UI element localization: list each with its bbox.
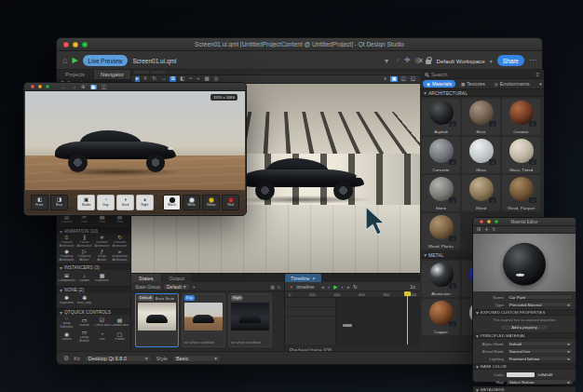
- states-tab[interactable]: Output: [162, 274, 194, 282]
- minimize-window-button[interactable]: [38, 85, 42, 88]
- property-dropdown[interactable]: Fragment lighting▾: [507, 356, 573, 361]
- live-preview-button[interactable]: Live Preview: [83, 55, 129, 66]
- metalness-header[interactable]: ▾METALNESS: [473, 386, 576, 392]
- transport-icon[interactable]: ▶: [333, 284, 337, 290]
- component-item[interactable]: # Number Animation: [93, 235, 111, 249]
- material-editor-tool-icon[interactable]: ⊞: [477, 227, 481, 232]
- workspace-selector[interactable]: Default Workspace: [436, 58, 484, 64]
- viewport-tool-icon[interactable]: +: [196, 76, 200, 82]
- material-item[interactable]: ↓ Ceramic: [502, 99, 540, 135]
- paint-color-button[interactable]: Red: [222, 195, 239, 210]
- material-preview[interactable]: [473, 234, 576, 291]
- lock-icon[interactable]: [426, 60, 431, 64]
- transport-icon[interactable]: ›: [341, 284, 343, 290]
- viewport-tool-icon[interactable]: ⊞: [169, 76, 176, 82]
- material-item[interactable]: ↓ Glass: [462, 137, 500, 173]
- material-name-input[interactable]: Car Paint: [507, 294, 573, 300]
- material-item[interactable]: ↓ Asphalt: [422, 99, 460, 135]
- component-item[interactable]: ▭ Button: [75, 316, 93, 330]
- viewport-tool-icon[interactable]: ◧: [179, 76, 185, 82]
- state-card[interactable]: Night no when condition: [228, 293, 272, 347]
- material-editor-tool-icon[interactable]: ✛: [484, 227, 488, 232]
- preview-titlebar[interactable]: ←→⊕▣◫: [24, 83, 246, 91]
- kit-dropdown[interactable]: Desktop Qt 6.8.0▾: [85, 355, 152, 362]
- open-file-selector[interactable]: Screen01.ui.qml: [132, 58, 176, 64]
- component-item[interactable]: ↻ Rotation Animation: [111, 235, 129, 249]
- material-item[interactable]: ↓ Concrete: [422, 137, 460, 173]
- component-item[interactable]: ▢ Frame: [111, 330, 129, 344]
- left-panel-tab[interactable]: Projects: [57, 70, 94, 79]
- component-item[interactable]: ∥ Pause Animation: [75, 235, 93, 249]
- zoom-window-button[interactable]: [46, 85, 49, 88]
- car-3d-model[interactable]: [241, 156, 364, 197]
- component-item[interactable]: ≡ Parallel Animation: [58, 235, 75, 249]
- paint-color-button[interactable]: White: [183, 195, 200, 210]
- chevron-down-icon[interactable]: ▾: [385, 57, 388, 65]
- content-library-search[interactable]: Search ≡: [420, 70, 544, 79]
- viewport-tool-icon[interactable]: ✛: [142, 76, 149, 82]
- workspace-chevron-icon[interactable]: ▾: [490, 58, 493, 64]
- content-library-subtab[interactable]: ◎ Environments: [491, 80, 534, 88]
- transport-icon[interactable]: ↻: [353, 284, 358, 290]
- home-icon[interactable]: ⌂: [62, 57, 67, 65]
- preview-nav-icon[interactable]: ▣: [90, 85, 97, 90]
- viewport-tool-icon[interactable]: ≈: [188, 76, 193, 82]
- transport-icon[interactable]: »: [346, 284, 349, 290]
- timeline-tab-close-icon[interactable]: ×: [313, 276, 316, 281]
- viewport-tool-icon[interactable]: ◎: [213, 76, 220, 82]
- transport-icon[interactable]: «: [321, 284, 324, 290]
- preview-nav-icon[interactable]: ⊕: [81, 85, 86, 90]
- material-item[interactable]: ↓ Glass, Tinted: [502, 137, 540, 173]
- environment-button[interactable]: ◕ Night: [136, 195, 154, 210]
- add-state-icon[interactable]: +: [193, 284, 196, 290]
- material-item[interactable]: ↓ Wood, Planks: [422, 213, 460, 250]
- material-item[interactable]: ↓ Aluminium: [422, 261, 460, 297]
- component-item[interactable]: ƒ Script Action: [93, 249, 111, 263]
- material-editor-titlebar[interactable]: Material Editor: [473, 218, 576, 226]
- state-when-condition[interactable]: no when condition: [231, 340, 269, 345]
- section-header-none[interactable]: ▾NONE (2): [57, 286, 130, 292]
- component-item[interactable]: ◌ Busy Indicator: [58, 316, 75, 330]
- grid-view-icon[interactable]: ▦: [270, 284, 275, 290]
- playhead[interactable]: [407, 291, 408, 345]
- state-card[interactable]: Default Base State: [135, 293, 179, 347]
- property-dropdown[interactable]: SourceOver▾: [507, 348, 573, 354]
- paint-color-button[interactable]: Black: [163, 195, 181, 210]
- close-window-button[interactable]: [31, 85, 34, 88]
- state-group-dropdown[interactable]: Default▾: [163, 283, 190, 291]
- zoom-window-button[interactable]: [495, 220, 498, 223]
- filter-icon[interactable]: ≡: [536, 72, 539, 77]
- close-window-button[interactable]: [63, 42, 69, 47]
- component-item[interactable]: ▦ Repeater: [93, 271, 111, 285]
- material-item[interactable]: ↓ Wood, Parquet: [502, 175, 540, 211]
- viewport-tab[interactable]: [151, 71, 166, 74]
- component-item[interactable]: ▤ Combo Box: [111, 316, 129, 330]
- annotate-icon[interactable]: ✛: [404, 57, 411, 64]
- camera-button[interactable]: ◨ Rear: [50, 195, 68, 210]
- component-item[interactable]: ▭ Delay Button: [75, 330, 93, 344]
- section-header-animation[interactable]: ▾ANIMATION (10): [57, 227, 130, 234]
- component-item[interactable]: ✱ Keyframe: [58, 293, 75, 307]
- transport-icon[interactable]: ‹: [328, 284, 330, 290]
- viewport-tool-icon[interactable]: ↔: [160, 76, 168, 82]
- paint-color-button[interactable]: Yellow: [202, 195, 220, 210]
- playhead-handle[interactable]: [404, 291, 411, 296]
- material-item[interactable]: ↓ Brick: [462, 99, 500, 135]
- viewport-tab[interactable]: [134, 71, 149, 74]
- timeline-tab[interactable]: Timeline ×: [285, 274, 321, 282]
- preview-nav-icon[interactable]: ◫: [102, 85, 106, 90]
- custom-properties-header[interactable]: ▾EXPOSED CUSTOM PROPERTIES: [473, 309, 576, 316]
- run-project-icon[interactable]: ▶: [72, 57, 77, 64]
- property-dropdown[interactable]: Default▾: [507, 341, 573, 346]
- material-item[interactable]: ↓ Wood: [462, 175, 500, 211]
- environment-button[interactable]: ◑ Dusk: [116, 195, 134, 210]
- settings-gear-icon[interactable]: ⚙: [63, 355, 69, 362]
- minimize-window-button[interactable]: [73, 42, 78, 47]
- preview-scene[interactable]: 1920 x 1080 ◧ Front ◨ Rear: [25, 91, 245, 214]
- back-icon[interactable]: ‹: [397, 57, 400, 64]
- states-tab[interactable]: States: [131, 274, 162, 282]
- visibility-icon[interactable]: ◎: [414, 57, 421, 64]
- more-options-icon[interactable]: ⋯: [529, 57, 536, 64]
- component-item[interactable]: ↓ Loader: [75, 271, 93, 285]
- left-panel-tab[interactable]: Navigator: [94, 70, 131, 79]
